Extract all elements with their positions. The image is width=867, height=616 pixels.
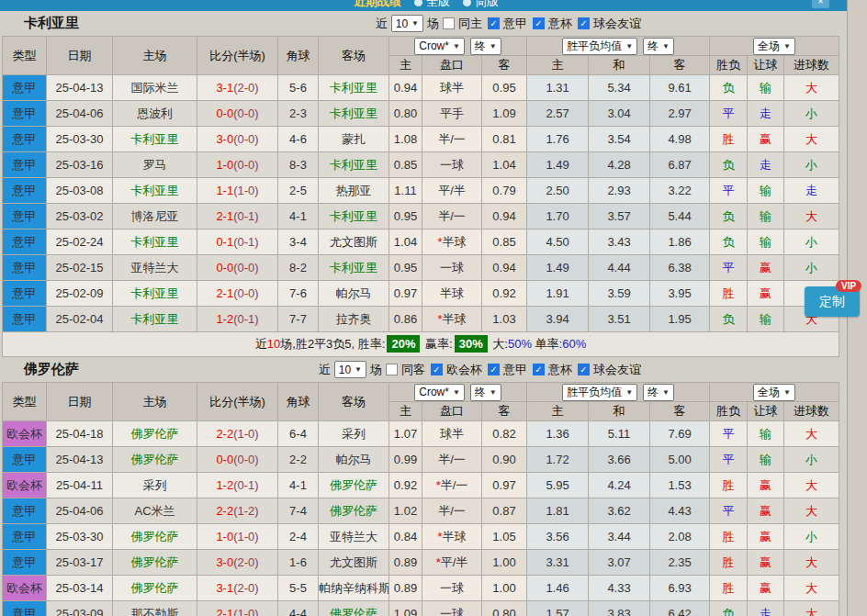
avg-home-odds: 5.95 bbox=[527, 473, 589, 498]
avg-draw-odds: 3.57 bbox=[589, 204, 650, 230]
corner-score: 4-4 bbox=[278, 601, 319, 616]
avg-draw-odds: 5.11 bbox=[589, 421, 650, 447]
corner-score: 4-1 bbox=[278, 204, 319, 230]
scope-select[interactable]: 全场▼ bbox=[753, 38, 795, 55]
same-venue-checkbox[interactable] bbox=[386, 364, 398, 375]
avg-source-select[interactable]: 胜平负均值▼ bbox=[562, 38, 637, 55]
halftime-score: (0-0) bbox=[233, 261, 258, 274]
odds-final-select[interactable]: 终▼ bbox=[470, 384, 501, 401]
header-row: 类型日期主场比分(半场)角球客场Crow*▼终▼胜平负均值▼终▼全场▼ bbox=[3, 383, 839, 402]
avg-away-odds: 2.97 bbox=[650, 101, 710, 127]
corner-score: 5-6 bbox=[278, 75, 319, 101]
home-team: 恩波利 bbox=[113, 101, 197, 127]
avg-home-odds: 1.57 bbox=[527, 601, 589, 616]
match-date: 25-02-15 bbox=[47, 255, 113, 281]
result-outcome: 平 bbox=[710, 498, 748, 524]
away-team: 帕尔马 bbox=[319, 447, 389, 473]
chevron-down-icon: ▼ bbox=[662, 388, 670, 397]
scope-select[interactable]: 全场▼ bbox=[753, 384, 795, 401]
match-date: 25-04-11 bbox=[47, 473, 113, 498]
home-team-name: 卡利亚里 bbox=[131, 312, 179, 326]
corner-score: 3-4 bbox=[278, 230, 319, 255]
vip-customize: 定制 VIP bbox=[805, 286, 860, 317]
chevron-down-icon: ▼ bbox=[453, 388, 460, 397]
handicap-line: 半球 bbox=[422, 281, 482, 307]
halftime-score: (0-1) bbox=[233, 312, 258, 326]
match-row: 意甲25-03-30卡利亚里3-0(0-0)4-6蒙扎1.08半/一0.811.… bbox=[3, 127, 839, 152]
handicap-line: 球半 bbox=[422, 75, 482, 101]
home-team: 卡利亚里 bbox=[113, 178, 197, 204]
home-team: 佛罗伦萨 bbox=[113, 550, 197, 576]
avg-final-select[interactable]: 终▼ bbox=[643, 384, 674, 401]
match-count-select[interactable]: 10▼ bbox=[391, 15, 423, 32]
away-team-name: 卡利亚里 bbox=[330, 106, 377, 120]
away-team: 佛罗伦萨 bbox=[319, 498, 389, 524]
halftime-score: (0-1) bbox=[233, 235, 258, 249]
league-filter-checkbox[interactable]: ✓ bbox=[431, 364, 443, 375]
home-team: 博洛尼亚 bbox=[113, 204, 197, 230]
league-filter-checkbox[interactable]: ✓ bbox=[488, 364, 500, 375]
away-team-name: 佛罗伦萨 bbox=[330, 607, 377, 616]
match-score: 2-1(1-0) bbox=[197, 601, 278, 616]
odds-source-select[interactable]: Crow*▼ bbox=[414, 384, 465, 401]
corner-score: 7-7 bbox=[278, 307, 319, 332]
avg-away-odds: 5.00 bbox=[650, 447, 710, 473]
result-goals: 小 bbox=[784, 230, 839, 255]
league-filter-checkbox[interactable]: ✓ bbox=[578, 364, 590, 375]
match-row: 意甲25-02-24卡利亚里0-1(0-1)3-4尤文图斯1.04*半球0.85… bbox=[3, 230, 839, 255]
mode-option-simple[interactable]: 简版 bbox=[463, 0, 499, 10]
home-team: 国际米兰 bbox=[113, 75, 197, 101]
league-filter-checkbox[interactable]: ✓ bbox=[533, 17, 545, 29]
match-date: 25-04-06 bbox=[47, 101, 113, 127]
result-outcome: 胜 bbox=[710, 550, 748, 576]
rate-badge: 20% bbox=[387, 335, 420, 353]
home-team-name: 卡利亚里 bbox=[131, 286, 179, 300]
halftime-score: (0-0) bbox=[233, 132, 258, 146]
panel-title[interactable]: 近期战绩 bbox=[354, 0, 401, 10]
away-team-name: 卡利亚里 bbox=[330, 81, 377, 95]
avg-source-select[interactable]: 胜平负均值▼ bbox=[562, 384, 637, 401]
match-row: 意甲25-03-30佛罗伦萨1-0(1-0)2-4亚特兰大0.84*半球1.05… bbox=[3, 524, 839, 550]
column-header: 主场 bbox=[113, 383, 197, 421]
corner-score: 2-5 bbox=[278, 178, 319, 204]
avg-home-odds: 1.31 bbox=[527, 75, 589, 101]
result-goals: 大 bbox=[784, 601, 839, 616]
mode-option-full[interactable]: 全版 bbox=[414, 0, 450, 10]
match-score: 3-0(2-0) bbox=[197, 550, 278, 576]
scope-select-value: 全场 bbox=[758, 385, 780, 400]
match-date: 25-02-09 bbox=[47, 281, 113, 307]
match-count-select[interactable]: 10▼ bbox=[334, 361, 366, 378]
column-subheader: 让球 bbox=[748, 402, 784, 421]
chevron-down-icon: ▼ bbox=[490, 388, 497, 397]
league-filter-checkbox[interactable]: ✓ bbox=[578, 17, 590, 29]
avg-draw-odds: 3.62 bbox=[589, 498, 650, 524]
avg-home-odds: 3.31 bbox=[527, 550, 589, 576]
result-handicap: 赢 bbox=[748, 281, 784, 307]
result-handicap: 赢 bbox=[748, 576, 784, 601]
avg-final-select[interactable]: 终▼ bbox=[643, 38, 674, 55]
match-score: 1-2(0-1) bbox=[197, 473, 278, 498]
result-goals: 小 bbox=[784, 524, 839, 550]
away-odds: 0.94 bbox=[482, 204, 527, 230]
column-subheader: 让球 bbox=[748, 56, 784, 75]
match-row: 意甲25-03-08卡利亚里1-1(1-0)2-5热那亚1.11平/半0.792… bbox=[3, 178, 839, 204]
league-filter-label: 球会友谊 bbox=[593, 16, 641, 32]
league-badge: 意甲 bbox=[3, 230, 47, 255]
match-row: 意甲25-03-09那不勒斯2-1(1-0)4-4佛罗伦萨1.09一球0.801… bbox=[3, 601, 839, 616]
result-goals: 大 bbox=[784, 550, 839, 576]
league-filter-checkbox[interactable]: ✓ bbox=[488, 17, 500, 29]
odds-final-select[interactable]: 终▼ bbox=[470, 38, 501, 55]
same-venue-checkbox[interactable] bbox=[443, 17, 455, 29]
league-badge: 意甲 bbox=[3, 524, 47, 550]
league-badge: 意甲 bbox=[3, 447, 47, 473]
odds-source-select[interactable]: Crow*▼ bbox=[414, 38, 465, 55]
league-filter-checkbox[interactable]: ✓ bbox=[533, 364, 545, 375]
match-date: 25-04-18 bbox=[47, 421, 113, 447]
fulltime-score: 2-2 bbox=[216, 504, 233, 518]
fulltime-score: 3-0 bbox=[216, 555, 233, 569]
column-subheader: 进球数 bbox=[784, 402, 839, 421]
home-team: 卡利亚里 bbox=[113, 307, 197, 332]
close-button[interactable]: × bbox=[812, 0, 829, 8]
avg-away-odds: 3.95 bbox=[650, 281, 710, 307]
home-team-name: 恩波利 bbox=[137, 106, 173, 120]
